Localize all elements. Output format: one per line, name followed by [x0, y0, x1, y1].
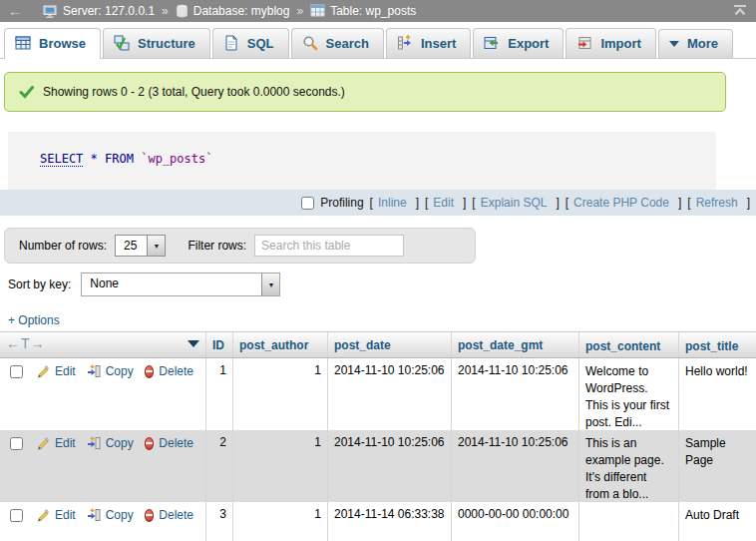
edit-row-link[interactable]: Edit — [55, 436, 76, 450]
cell-post-content: Welcome to WordPress. This is your first… — [578, 358, 678, 430]
select-value: 25 — [116, 236, 147, 256]
tab-more[interactable]: More — [658, 29, 733, 58]
edit-query-link[interactable]: Edit — [433, 196, 454, 210]
sql-keyword: SELECT — [40, 152, 83, 167]
number-of-rows-label: Number of rows: — [19, 239, 107, 253]
explain-sql-link[interactable]: Explain SQL — [481, 196, 548, 210]
filter-rows-input[interactable] — [254, 235, 404, 257]
options-toggle[interactable]: + Options — [8, 313, 756, 329]
cell-post-date-gmt: 2014-11-10 10:25:06 — [451, 430, 578, 502]
tab-label: More — [687, 36, 718, 51]
column-header-id[interactable]: ID — [205, 332, 232, 357]
tab-insert[interactable]: Insert — [386, 28, 471, 58]
delete-row-link[interactable]: Delete — [159, 508, 193, 522]
cell-id: 3 — [205, 502, 232, 541]
tab-label: Insert — [421, 36, 456, 51]
refresh-link[interactable]: Refresh — [696, 196, 738, 210]
back-arrow-icon[interactable]: ← — [8, 3, 22, 19]
bracket: [ — [566, 196, 568, 210]
select-value: None — [82, 273, 129, 295]
copy-icon — [87, 364, 101, 378]
bracket: [ — [425, 196, 428, 210]
number-of-rows-select[interactable]: 25 ▼ — [115, 235, 166, 257]
copy-row-link[interactable]: Copy — [106, 508, 134, 522]
sort-by-key-row: Sort by key: None ▼ — [8, 271, 756, 297]
rows-filter-bar: Number of rows: 25 ▼ Filter rows: — [4, 228, 476, 264]
sql-query-text: SELECT * FROM `wp_posts` — [40, 152, 716, 166]
browse-icon — [15, 35, 31, 51]
profiling-label: Profiling — [320, 196, 363, 210]
query-tools-bar: Profiling [ Inline ] [ Edit ] [ Explain … — [0, 190, 756, 216]
bracket: ] — [747, 196, 750, 210]
column-header-post-date[interactable]: post_date — [327, 332, 451, 357]
breadcrumb: ← Server: 127.0.0.1 » Database: myblog »… — [0, 0, 756, 22]
search-icon — [302, 35, 318, 51]
copy-row-link[interactable]: Copy — [106, 436, 134, 450]
column-header-post-author[interactable]: post_author — [232, 332, 327, 357]
breadcrumb-server[interactable]: Server: 127.0.0.1 — [63, 4, 155, 18]
edit-row-link[interactable]: Edit — [55, 364, 76, 378]
sql-star: * — [91, 152, 98, 166]
table-row: Edit Copy Delete 3 1 2014-11-14 06:33:38… — [0, 502, 756, 541]
table-row: Edit Copy Delete 1 1 2014-11-10 10:25:06… — [0, 358, 756, 430]
tab-search[interactable]: Search — [291, 28, 384, 58]
notice-message: Showing rows 0 - 2 (3 total, Query took … — [43, 85, 345, 99]
scroll-to-top-icon[interactable] — [732, 4, 748, 18]
copy-row-link[interactable]: Copy — [106, 364, 134, 378]
table-row: Edit Copy Delete 2 1 2014-11-10 10:25:06… — [0, 430, 756, 502]
bracket: [ — [370, 196, 373, 210]
tab-label: SQL — [247, 36, 274, 51]
bracket: ] — [463, 196, 466, 210]
tab-import[interactable]: Import — [566, 28, 655, 58]
breadcrumb-table: Table: wp_posts — [330, 4, 416, 18]
bracket: ] — [678, 196, 681, 210]
export-icon — [484, 35, 500, 51]
delete-row-link[interactable]: Delete — [159, 364, 193, 378]
breadcrumb-database[interactable]: Database: myblog — [193, 4, 290, 18]
success-notice: Showing rows 0 - 2 (3 total, Query took … — [4, 72, 726, 112]
cell-post-date-gmt: 0000-00-00 00:00:00 — [451, 502, 578, 541]
row-checkbox[interactable] — [10, 437, 23, 450]
import-icon — [576, 35, 592, 51]
tab-label: Browse — [39, 36, 86, 51]
column-header-post-date-gmt[interactable]: post_date_gmt — [451, 332, 578, 357]
row-checkbox[interactable] — [10, 365, 23, 378]
edit-row-link[interactable]: Edit — [55, 508, 76, 522]
tab-sql[interactable]: SQL — [212, 28, 289, 58]
delete-icon — [145, 509, 155, 522]
delete-row-link[interactable]: Delete — [159, 436, 193, 450]
cell-post-title: Auto Draft — [678, 502, 756, 541]
delete-icon — [145, 437, 155, 450]
column-header-post-content[interactable]: post_content — [578, 332, 678, 357]
tab-label: Structure — [138, 36, 195, 51]
copy-icon — [87, 508, 101, 522]
inline-link[interactable]: Inline — [378, 196, 407, 210]
row-checkbox[interactable] — [10, 509, 23, 522]
cell-post-author: 1 — [232, 358, 327, 430]
sort-by-key-select[interactable]: None ▼ — [81, 272, 280, 296]
profiling-checkbox[interactable] — [301, 197, 314, 210]
cell-id: 2 — [205, 430, 232, 502]
column-move-arrows-icon[interactable]: ←T→ — [6, 335, 46, 351]
filter-rows-label: Filter rows: — [188, 239, 246, 253]
tab-browse[interactable]: Browse — [4, 28, 101, 59]
create-php-code-link[interactable]: Create PHP Code — [573, 196, 669, 210]
cell-post-author: 1 — [232, 502, 327, 541]
table-tabs: Browse Structure SQL Search Insert — [0, 22, 756, 59]
sort-dropdown-icon[interactable] — [188, 340, 199, 347]
bracket: ] — [556, 196, 559, 210]
tab-export[interactable]: Export — [473, 28, 564, 58]
cell-post-date: 2014-11-10 10:25:06 — [327, 430, 451, 502]
pencil-icon — [36, 436, 50, 450]
phpmyadmin-page: ← Server: 127.0.0.1 » Database: myblog »… — [0, 0, 756, 541]
cell-post-content — [578, 502, 678, 541]
tab-label: Export — [508, 36, 549, 51]
bracket: [ — [472, 196, 475, 210]
column-header-post-title[interactable]: post_title — [678, 332, 756, 357]
breadcrumb-separator: » — [296, 4, 303, 18]
tab-structure[interactable]: Structure — [103, 28, 210, 58]
cell-post-date: 2014-11-14 06:33:38 — [327, 502, 451, 541]
cell-post-date: 2014-11-10 10:25:06 — [327, 358, 451, 430]
database-icon — [176, 4, 189, 19]
cell-post-title: Sample Page — [678, 430, 756, 502]
